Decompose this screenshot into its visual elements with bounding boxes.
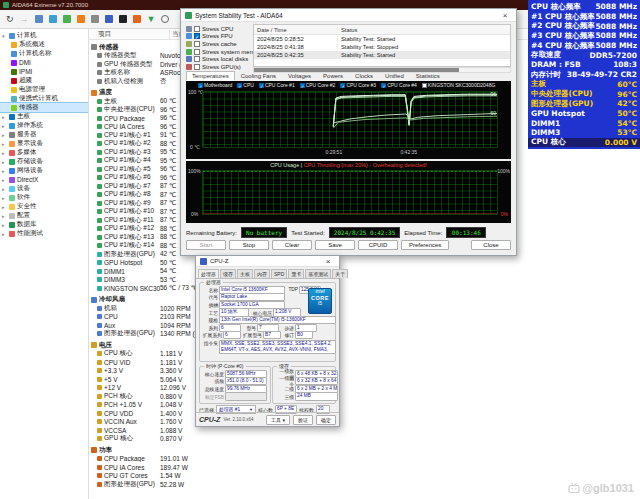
- tree-item-DirectX[interactable]: ▸DirectX: [0, 175, 88, 184]
- monitor-icon[interactable]: [49, 15, 57, 23]
- update-icon[interactable]: ▼: [147, 14, 156, 24]
- legend-checkbox[interactable]: ✓: [198, 83, 203, 88]
- sensor-row[interactable]: 图形处理器(GPU)52.28 W: [89, 480, 640, 489]
- gauge-icon[interactable]: [133, 15, 141, 23]
- tab-temperatures[interactable]: Temperatures: [186, 71, 235, 81]
- sensor-row[interactable]: PCH +1.05 V1.048 V: [89, 401, 640, 410]
- log-col-datetime[interactable]: Date / Time: [254, 27, 338, 33]
- legend-item[interactable]: ✓CPU Core #1: [259, 82, 295, 88]
- legend-checkbox[interactable]: ✓: [340, 83, 345, 88]
- sensor-row[interactable]: +3.3 V3.360 V: [89, 367, 640, 376]
- sensor-row[interactable]: CPU VID1.181 V: [89, 358, 640, 367]
- sensor-section-header[interactable]: 电压: [89, 341, 640, 350]
- chart-icon[interactable]: [105, 15, 113, 23]
- cpuz-tab-内存[interactable]: 内存: [254, 269, 270, 278]
- stability-titlebar[interactable]: System Stability Test - AIDA64 ×: [181, 9, 516, 22]
- sensor-row[interactable]: GPU 核心0.870 V: [89, 435, 640, 444]
- cpuz-tab-SPD[interactable]: SPD: [271, 269, 287, 278]
- close-button[interactable]: Close: [471, 240, 511, 250]
- legend-item[interactable]: ✓CPU: [237, 82, 254, 88]
- flame-icon[interactable]: [77, 15, 85, 23]
- validate-button[interactable]: 验证: [293, 415, 313, 425]
- sensor-row[interactable]: CPU Package191.01 W: [89, 455, 640, 464]
- memory-icon[interactable]: [63, 15, 71, 23]
- cpuz-tab-关于[interactable]: 关于: [332, 269, 348, 278]
- checkbox-stress-fpu[interactable]: ✓: [194, 33, 200, 39]
- legend-item[interactable]: KINGSTON SKC3000D2048G: [422, 82, 495, 88]
- tree-item-安全性[interactable]: ▸安全性: [0, 202, 88, 211]
- tree-item-电源管理[interactable]: 电源管理: [0, 85, 88, 94]
- clear-button[interactable]: Clear: [272, 240, 312, 250]
- sensor-row[interactable]: Aux1094 RPM: [89, 321, 640, 330]
- tab-cooling-fans[interactable]: Cooling Fans: [235, 71, 282, 81]
- sensor-row[interactable]: CPU IA Cores189.47 W: [89, 463, 640, 472]
- sensor-row[interactable]: 机箱1020 RPM: [89, 304, 640, 313]
- tree-item-计算机名称[interactable]: 计算机名称: [0, 49, 88, 58]
- tree-item-性能测试[interactable]: ▸性能测试: [0, 229, 88, 238]
- checkbox-stress-cpu[interactable]: [194, 26, 200, 32]
- log-row[interactable]: 2024/8/25 0:41:38Stability Test: Stopped: [254, 43, 510, 51]
- sensor-section-header[interactable]: 冷却风扇: [89, 296, 640, 305]
- cpuz-tab-缓存[interactable]: 缓存: [220, 269, 236, 278]
- tree-item-网络设备[interactable]: ▸网络设备: [0, 166, 88, 175]
- forward-icon[interactable]: →: [20, 14, 29, 24]
- sensor-row[interactable]: CPU GT Cores1.54 W: [89, 472, 640, 481]
- ok-button[interactable]: 确定: [316, 415, 336, 425]
- sensor-row[interactable]: +12 V12.096 V: [89, 384, 640, 393]
- column-header-item[interactable]: 项目: [89, 30, 169, 39]
- legend-checkbox[interactable]: ✓: [300, 83, 305, 88]
- tree-item-设备[interactable]: ▸设备: [0, 184, 88, 193]
- tree-item-系统概述[interactable]: 系统概述: [0, 40, 88, 49]
- tab-voltages[interactable]: Voltages: [282, 71, 317, 81]
- cpuz-titlebar[interactable]: CPU-Z ×: [196, 256, 339, 267]
- sensor-row[interactable]: DIMM154 ℃: [89, 267, 640, 276]
- tree-item-便携式计算机[interactable]: 便携式计算机: [0, 94, 88, 103]
- sensor-row[interactable]: CPU VDD1.400 V: [89, 409, 640, 418]
- search-icon[interactable]: [161, 15, 169, 23]
- sensor-row[interactable]: +5 V5.064 V: [89, 375, 640, 384]
- cpuz-tab-显卡[interactable]: 显卡: [288, 269, 304, 278]
- sensor-row[interactable]: CPU 核心1.181 V: [89, 350, 640, 359]
- cpuz-tab-基准测试[interactable]: 基准测试: [305, 269, 331, 278]
- cpuz-tab-主板[interactable]: 主板: [237, 269, 253, 278]
- tree-item-显示设备[interactable]: ▸显示设备: [0, 139, 88, 148]
- tools-icon[interactable]: [91, 15, 99, 23]
- checkbox-stress-cache[interactable]: [194, 41, 200, 47]
- tree-item-DMI[interactable]: DMI: [0, 58, 88, 67]
- sensor-row[interactable]: PCH 核心0.880 V: [89, 392, 640, 401]
- tree-item-主板[interactable]: ▸主板: [0, 112, 88, 121]
- tree-item-计算机[interactable]: ▾计算机: [0, 31, 88, 40]
- tree-item-存储设备[interactable]: ▸存储设备: [0, 157, 88, 166]
- sensor-row[interactable]: KINGSTON SKC3000D2048G56 ℃ / 73 ℃: [89, 284, 640, 293]
- stop-button[interactable]: Stop: [229, 240, 269, 250]
- log-col-status[interactable]: Status: [338, 27, 510, 33]
- tab-unified[interactable]: Unified: [379, 71, 410, 81]
- tools-button[interactable]: 工具 ▾: [266, 415, 290, 425]
- cpuid-button[interactable]: CPUID: [358, 240, 398, 250]
- cpuz-tab-处理器[interactable]: 处理器: [198, 269, 219, 278]
- log-row[interactable]: 2024/8/25 0:42:35Stability Test: Started: [254, 51, 510, 59]
- tree-item-服务器[interactable]: ▸服务器: [0, 130, 88, 139]
- legend-item[interactable]: ✓Motherboard: [198, 82, 232, 88]
- legend-item[interactable]: ✓CPU Core #2: [300, 82, 336, 88]
- tree-item-超频[interactable]: 超频: [0, 76, 88, 85]
- sensor-row[interactable]: CPU2103 RPM: [89, 313, 640, 322]
- sensor-row[interactable]: VCCSA1.088 V: [89, 426, 640, 435]
- refresh-icon[interactable]: ↻: [6, 14, 14, 24]
- legend-checkbox[interactable]: ✓: [381, 83, 386, 88]
- close-icon[interactable]: ×: [321, 257, 335, 266]
- sensor-section-header[interactable]: 功率: [89, 446, 640, 455]
- tree-item-多媒体[interactable]: ▸多媒体: [0, 148, 88, 157]
- screenshot-icon[interactable]: [119, 15, 127, 23]
- legend-checkbox[interactable]: ✓: [237, 83, 242, 88]
- tab-statistics[interactable]: Statistics: [410, 71, 446, 81]
- tree-item-数据库[interactable]: ▸数据库: [0, 220, 88, 229]
- report-icon[interactable]: [35, 15, 43, 23]
- tab-clocks[interactable]: Clocks: [349, 71, 379, 81]
- preferences-button[interactable]: Preferences: [401, 240, 449, 250]
- checkbox-stress-gpu-s-[interactable]: [194, 64, 200, 70]
- sensor-row[interactable]: GPU Hotspot50 ℃: [89, 259, 640, 268]
- save-button[interactable]: Save: [315, 240, 355, 250]
- sensor-row[interactable]: DIMM353 ℃: [89, 276, 640, 285]
- tree-item-操作系统[interactable]: ▸操作系统: [0, 121, 88, 130]
